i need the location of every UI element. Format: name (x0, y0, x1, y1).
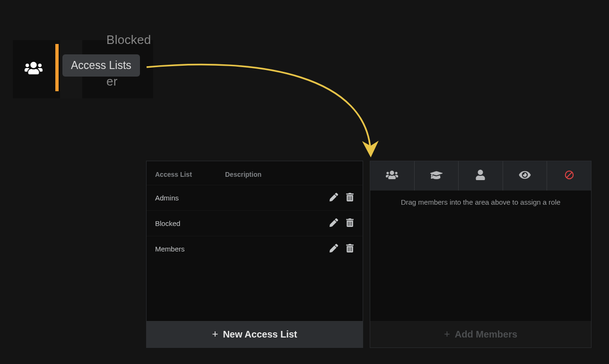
access-list-row[interactable]: Admins (147, 185, 363, 210)
role-tab-viewer[interactable] (503, 161, 548, 191)
delete-icon[interactable] (346, 193, 354, 203)
users-group-icon (386, 170, 398, 182)
role-tab-blocked[interactable] (547, 161, 591, 191)
new-access-list-label: New Access List (223, 329, 297, 340)
graduation-cap-icon (430, 170, 443, 182)
plus-icon: + (212, 329, 218, 339)
new-access-list-button[interactable]: + New Access List (147, 321, 363, 347)
drag-members-hint: Drag members into the area above to assi… (370, 191, 591, 210)
roles-panel: Drag members into the area above to assi… (370, 161, 592, 348)
plus-icon: + (444, 329, 450, 339)
row-name: Members (155, 245, 225, 253)
add-members-label: Add Members (455, 329, 517, 340)
edit-icon[interactable] (330, 244, 338, 254)
role-tab-users[interactable] (370, 161, 415, 191)
access-list-row[interactable]: Members (147, 236, 363, 261)
svg-line-1 (566, 173, 572, 178)
access-list-panel: Access List Description Admins Blocked M… (146, 161, 363, 348)
row-name: Admins (155, 194, 225, 202)
role-tab-member[interactable] (459, 161, 503, 191)
ban-icon (563, 170, 575, 182)
header-description: Description (225, 171, 354, 178)
tooltip-access-lists: Access Lists (62, 54, 140, 77)
role-tabs (370, 161, 591, 191)
delete-icon[interactable] (346, 244, 354, 254)
active-indicator (55, 44, 59, 91)
role-tab-moderator[interactable] (415, 161, 459, 191)
eye-icon (519, 170, 531, 182)
user-icon (474, 170, 487, 182)
header-access-list: Access List (155, 171, 225, 178)
add-members-button[interactable]: + Add Members (370, 321, 591, 347)
row-name: Blocked (155, 219, 225, 227)
users-group-icon (25, 61, 43, 78)
edit-icon[interactable] (330, 193, 338, 203)
access-list-row[interactable]: Blocked (147, 210, 363, 236)
access-lists-nav-button[interactable] (17, 55, 50, 83)
nav-item-fragment-top: Blocked (106, 33, 151, 47)
delete-icon[interactable] (346, 218, 354, 228)
annotation-arrow (142, 61, 388, 165)
edit-icon[interactable] (330, 218, 338, 228)
access-list-table-header: Access List Description (147, 161, 363, 185)
